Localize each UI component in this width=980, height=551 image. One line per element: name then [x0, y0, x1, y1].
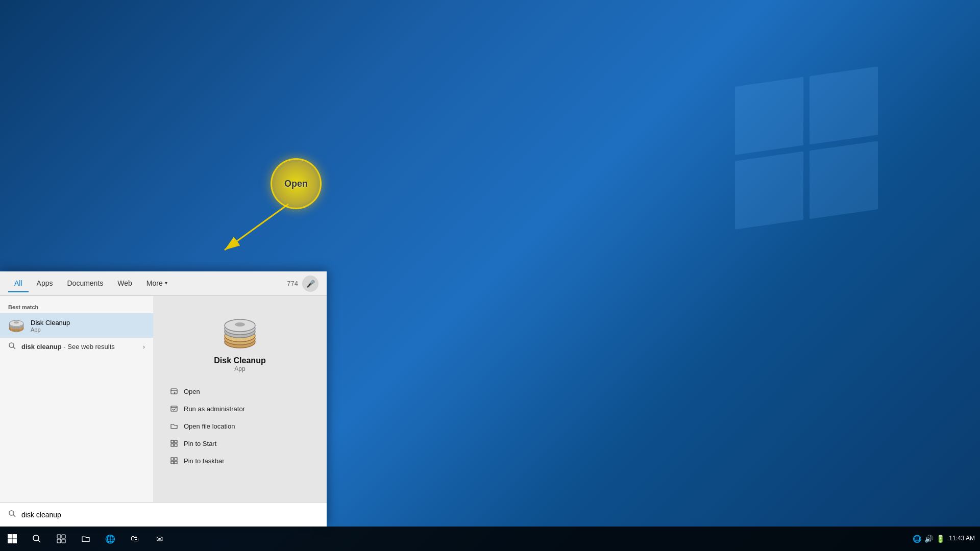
taskbar-store[interactable]: 🛍 — [122, 527, 147, 551]
tab-apps[interactable]: Apps — [31, 275, 59, 292]
network-icon[interactable]: 🌐 — [913, 535, 921, 543]
admin-icon — [169, 404, 179, 413]
svg-point-15 — [235, 322, 245, 327]
svg-rect-31 — [13, 534, 17, 539]
svg-rect-30 — [8, 534, 12, 539]
svg-rect-18 — [171, 440, 174, 443]
best-match-label: Best match — [0, 302, 153, 313]
battery-icon[interactable]: 🔋 — [936, 535, 945, 543]
taskbar-time: 11:43 AM — [949, 535, 975, 543]
svg-rect-37 — [62, 535, 65, 538]
svg-rect-17 — [171, 406, 177, 411]
search-bar — [0, 502, 327, 527]
result-text-disk-cleanup: Disk Cleanup App — [31, 319, 145, 333]
microphone-button[interactable]: 🎤 — [302, 276, 318, 292]
result-count: 774 — [287, 280, 298, 287]
svg-rect-23 — [175, 458, 177, 460]
pin-taskbar-icon — [169, 456, 179, 465]
svg-rect-19 — [175, 440, 177, 443]
svg-rect-16 — [171, 389, 177, 394]
svg-rect-38 — [57, 539, 61, 543]
svg-point-6 — [14, 321, 19, 323]
taskbar-file-explorer[interactable] — [74, 527, 98, 551]
app-preview-name: Disk Cleanup — [214, 356, 265, 365]
search-icon — [8, 342, 16, 352]
svg-rect-39 — [62, 539, 65, 543]
tab-documents[interactable]: Documents — [61, 275, 109, 292]
svg-rect-22 — [171, 458, 174, 460]
svg-line-27 — [13, 514, 15, 516]
tab-web[interactable]: Web — [111, 275, 138, 292]
context-pin-start[interactable]: Pin to Start — [163, 435, 316, 452]
app-preview-type: App — [234, 365, 245, 372]
tab-all[interactable]: All — [8, 275, 29, 292]
chevron-down-icon: ▾ — [165, 280, 167, 286]
context-file-location[interactable]: Open file location — [163, 417, 316, 435]
svg-point-7 — [9, 343, 14, 347]
svg-rect-36 — [57, 535, 61, 538]
folder-icon — [169, 421, 179, 431]
context-pin-start-label: Pin to Start — [184, 440, 216, 447]
left-panel: Best match — [0, 296, 153, 527]
arrow-line — [0, 0, 327, 306]
svg-line-8 — [13, 347, 15, 349]
svg-rect-21 — [175, 444, 177, 446]
microphone-icon: 🎤 — [306, 280, 315, 288]
search-content: Best match — [0, 296, 327, 527]
svg-point-26 — [9, 511, 14, 515]
search-bar-icon — [8, 510, 16, 520]
highlight-open-circle: Open — [271, 158, 322, 209]
context-run-admin[interactable]: Run as administrator — [163, 400, 316, 417]
svg-rect-20 — [171, 444, 174, 446]
context-pin-taskbar-label: Pin to taskbar — [184, 457, 225, 465]
context-open-label: Open — [184, 388, 200, 395]
web-search-text: disk cleanup - See web results — [21, 343, 138, 350]
start-menu-panel: All Apps Documents Web More ▾ 774 🎤 Best… — [0, 271, 327, 527]
web-chevron-icon: › — [143, 343, 145, 350]
taskbar-task-view[interactable] — [49, 527, 74, 551]
svg-point-34 — [33, 535, 39, 541]
app-preview-icon — [219, 311, 260, 352]
result-title: Disk Cleanup — [31, 319, 145, 327]
search-input[interactable] — [21, 511, 318, 519]
svg-rect-33 — [13, 539, 17, 544]
disk-cleanup-icon — [8, 317, 24, 334]
svg-rect-24 — [171, 461, 174, 464]
nav-right: 774 🎤 — [287, 276, 318, 292]
taskbar-mail[interactable]: ✉ — [147, 527, 172, 551]
taskbar-search-button[interactable] — [24, 527, 49, 551]
open-icon — [169, 387, 179, 396]
highlight-label: Open — [284, 179, 308, 189]
right-panel: Disk Cleanup App Open — [153, 296, 327, 527]
desktop: All Apps Documents Web More ▾ 774 🎤 Best… — [0, 0, 980, 551]
context-pin-taskbar[interactable]: Pin to taskbar — [163, 452, 316, 469]
taskbar-clock[interactable]: 11:43 AM — [949, 535, 975, 543]
result-subtitle: App — [31, 327, 145, 333]
taskbar: 🌐 🛍 ✉ 🌐 🔊 🔋 11:43 AM — [0, 527, 980, 551]
context-open[interactable]: Open — [163, 383, 316, 400]
svg-rect-32 — [8, 539, 12, 544]
result-disk-cleanup[interactable]: Disk Cleanup App — [0, 313, 153, 338]
tab-more[interactable]: More ▾ — [140, 275, 174, 292]
context-run-admin-label: Run as administrator — [184, 405, 245, 413]
context-menu: Open Run as administrator — [163, 383, 316, 469]
pin-start-icon — [169, 439, 179, 448]
context-file-location-label: Open file location — [184, 422, 235, 430]
svg-line-35 — [38, 540, 41, 543]
taskbar-browser[interactable]: 🌐 — [98, 527, 122, 551]
svg-line-28 — [225, 204, 288, 250]
volume-icon[interactable]: 🔊 — [924, 535, 933, 543]
windows-logo-desktop — [735, 77, 878, 219]
start-button[interactable] — [0, 527, 24, 551]
web-search-item[interactable]: disk cleanup - See web results › — [0, 338, 153, 356]
taskbar-right: 🌐 🔊 🔋 11:43 AM — [913, 535, 980, 543]
taskbar-system-icons: 🌐 🔊 🔋 — [913, 535, 945, 543]
svg-rect-25 — [175, 461, 177, 464]
search-nav: All Apps Documents Web More ▾ 774 🎤 — [0, 271, 327, 296]
